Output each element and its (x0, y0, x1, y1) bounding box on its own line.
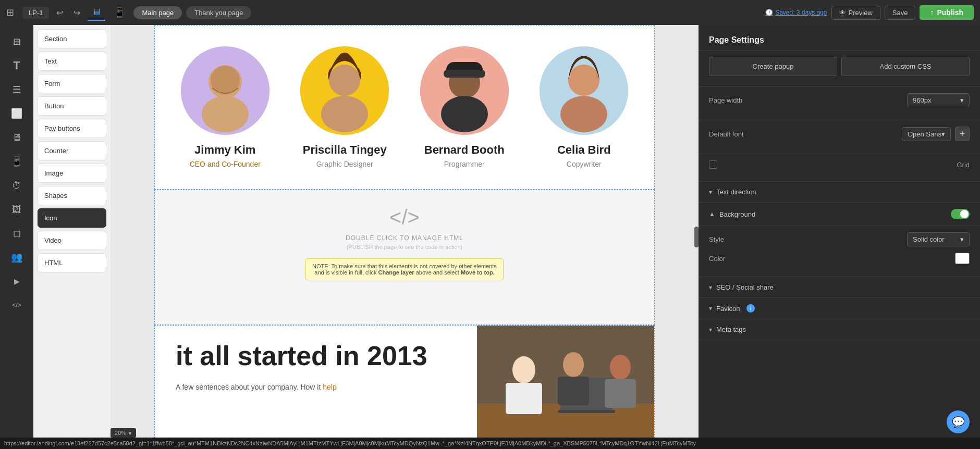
default-font-section: Default font Open Sans ▾ + (699, 120, 980, 154)
popup-css-section: Create popup Add custom CSS (699, 51, 980, 87)
name-celia: Celia Bird (557, 143, 611, 157)
html-block-label: DOUBLE CLICK TO MANAGE HTML (346, 234, 463, 242)
sidebar-html[interactable]: </> (4, 295, 29, 316)
chevron-down-icon: ▾ (960, 96, 964, 104)
grid-checkbox[interactable] (709, 160, 717, 169)
form-element[interactable]: Form (38, 74, 106, 93)
role-jimmy: CEO and Co-Founder (190, 160, 261, 168)
sidebar-device[interactable]: 📱 (4, 151, 29, 172)
image-icon: 🖼 (12, 205, 21, 214)
svg-rect-22 (558, 377, 589, 405)
scrollbar[interactable] (694, 227, 699, 247)
main-page-tab[interactable]: Main page (133, 6, 182, 19)
style-select[interactable]: Solid color ▾ (907, 232, 970, 246)
chat-bubble[interactable]: 💬 (947, 410, 970, 433)
role-priscilla: Graphic Designer (316, 160, 373, 168)
save-button[interactable]: Save (885, 6, 916, 20)
seo-social-section[interactable]: ▾ SEO / Social share (699, 277, 980, 298)
chat-icon: 💬 (952, 416, 965, 428)
background-section[interactable]: ▲ Background (699, 203, 980, 226)
image-element[interactable]: Image (38, 164, 106, 183)
sidebar-layers[interactable]: ⊞ (4, 31, 29, 52)
chevron-down-icon: ▾ (709, 284, 712, 291)
mobile-view-button[interactable]: 📱 (109, 5, 129, 20)
help-link-left[interactable]: help (323, 383, 336, 391)
desktop-view-button[interactable]: 🖥 (88, 5, 105, 21)
svg-point-6 (321, 96, 368, 132)
zoom-value: 20% (115, 430, 126, 436)
topbar: ⊞ LP-1 ↩ ↪ 🖥 📱 Main page Thank you page … (0, 0, 980, 25)
svg-point-23 (610, 355, 631, 380)
background-toggle[interactable] (951, 209, 970, 219)
video-element[interactable]: Video (38, 231, 106, 250)
layers-icon: ⊞ (13, 37, 21, 46)
color-swatch[interactable] (955, 253, 970, 264)
font-select-row: Open Sans ▾ + (902, 127, 970, 141)
story-content: it all started in 2013 A few sentences a… (155, 326, 477, 440)
pay-buttons-element[interactable]: Pay buttons (38, 119, 106, 138)
publish-button[interactable]: ↑ Publish (920, 5, 974, 20)
chevron-down-icon: ▾ (709, 305, 712, 312)
zoom-toggle[interactable]: ● (128, 430, 132, 436)
text-direction-section[interactable]: ▾ Text direction (699, 182, 980, 203)
sidebar-button[interactable]: ⬜ (4, 103, 29, 124)
team-section[interactable]: Jimmy Kim CEO and Co-Founder Priscilla T… (154, 25, 655, 190)
avatar-celia (540, 46, 628, 135)
html-code-section[interactable]: </> DOUBLE CLICK TO MANAGE HTML (PUBLISH… (154, 190, 655, 325)
sidebar-text-tool[interactable]: T (4, 55, 29, 76)
sidebar-form[interactable]: ☰ (4, 79, 29, 100)
sidebar-monitor[interactable]: 🖥 (4, 127, 29, 148)
font-dropdown[interactable]: Open Sans ▾ (902, 127, 951, 141)
device-icon: 📱 (11, 157, 22, 166)
sidebar-shapes[interactable]: ◻ (4, 223, 29, 244)
thank-you-page-tab[interactable]: Thank you page (186, 6, 251, 19)
section-element[interactable]: Section (38, 29, 106, 48)
monitor-icon: 🖥 (12, 133, 21, 142)
counter-element[interactable]: Counter (38, 141, 106, 160)
meta-tags-section[interactable]: ▾ Meta tags (699, 319, 980, 340)
text-element[interactable]: Text (38, 52, 106, 71)
sidebar-image[interactable]: 🖼 (4, 199, 29, 220)
project-tab[interactable]: LP-1 (22, 7, 49, 19)
story-body-left: A few sentences about your company. How … (176, 381, 456, 393)
team-member-jimmy: Jimmy Kim CEO and Co-Founder (173, 46, 277, 168)
preview-button[interactable]: 👁 Preview (831, 6, 880, 20)
eye-icon: 👁 (839, 9, 846, 17)
redo-button[interactable]: ↪ (70, 6, 83, 20)
undo-button[interactable]: ↩ (53, 6, 66, 20)
page-width-select[interactable]: 960px ▾ (907, 93, 970, 107)
panel-title: Page Settings (699, 25, 980, 51)
video-icon: ▶ (14, 278, 20, 285)
home-icon[interactable]: ⊞ (6, 7, 14, 18)
background-label: Background (719, 210, 755, 218)
sidebar-video[interactable]: ▶ (4, 271, 29, 292)
code-bracket-icon: </> (389, 206, 420, 229)
team-member-bernard: Bernard Booth Programmer (412, 46, 517, 168)
saved-status: 🕐 Saved: 3 days ago (765, 9, 827, 16)
svg-point-2 (202, 96, 249, 132)
upload-icon: ↑ (930, 8, 934, 17)
text-direction-label: Text direction (716, 188, 756, 196)
sidebar-people[interactable]: 👥 (4, 247, 29, 268)
favicon-section[interactable]: ▾ Favicon i (699, 298, 980, 319)
group-photo (477, 326, 654, 440)
button-element[interactable]: Button (38, 96, 106, 116)
form-icon: ☰ (13, 85, 21, 94)
team-member-priscilla: Priscilla Tingey Graphic Designer (292, 46, 397, 168)
sidebar-timer[interactable]: ⏱ (4, 175, 29, 196)
add-font-button[interactable]: + (955, 127, 970, 141)
html-element[interactable]: HTML (38, 253, 106, 272)
favicon-label: Favicon (716, 305, 740, 313)
icon-element[interactable]: Icon (38, 208, 106, 228)
story-heading: it all started in 2013 (176, 341, 456, 371)
team-member-celia: Celia Bird Copywriter (532, 46, 636, 168)
create-popup-button[interactable]: Create popup (709, 57, 837, 76)
default-font-label: Default font (709, 130, 744, 138)
button-icon: ⬜ (11, 109, 22, 118)
add-custom-css-button[interactable]: Add custom CSS (841, 57, 970, 76)
chevron-down-icon: ▾ (960, 235, 964, 243)
shapes-element[interactable]: Shapes (38, 186, 106, 205)
canvas: Jimmy Kim CEO and Co-Founder Priscilla T… (111, 25, 699, 449)
name-bernard: Bernard Booth (424, 143, 505, 157)
people-icon: 👥 (11, 253, 22, 262)
